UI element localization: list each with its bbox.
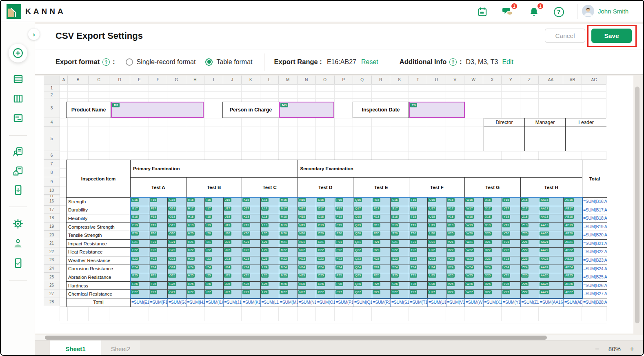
data-cell[interactable]: AA21 — [539, 240, 564, 248]
data-cell[interactable]: F24 — [149, 265, 168, 274]
data-cell[interactable]: N19 — [298, 223, 317, 231]
item-cell[interactable]: Hardness — [67, 282, 131, 290]
data-cell[interactable]: P24 — [335, 265, 354, 274]
data-cell[interactable]: N22 — [298, 248, 317, 256]
data-cell[interactable]: O21 — [316, 240, 335, 248]
column-header-cell[interactable]: C — [89, 76, 109, 85]
data-cell[interactable]: I16 — [205, 198, 224, 206]
data-cell[interactable]: I25 — [205, 273, 224, 282]
data-cell[interactable]: J24 — [224, 265, 242, 274]
column-total-cell[interactable]: =SUM(N16:N27) — [298, 298, 317, 307]
tab-sheet2[interactable]: Sheet2 — [101, 340, 140, 356]
data-cell[interactable]: Z18 — [521, 214, 540, 223]
item-cell[interactable]: Corrosion Resistance — [67, 265, 131, 274]
data-cell[interactable]: N16 — [298, 198, 317, 206]
column-header-cell[interactable]: X — [483, 76, 502, 85]
data-cell[interactable]: U25 — [428, 273, 446, 282]
data-cell[interactable]: I23 — [205, 256, 224, 265]
sidebar-item-tasks[interactable] — [12, 257, 24, 269]
row-header-cell[interactable]: 10 — [44, 187, 60, 195]
data-cell[interactable]: G22 — [168, 248, 187, 256]
data-cell[interactable]: H25 — [187, 273, 205, 282]
data-cell[interactable]: T18 — [409, 214, 428, 223]
data-cell[interactable]: H18 — [187, 214, 205, 223]
data-cell[interactable]: M18 — [279, 214, 298, 223]
column-total-cell[interactable]: =SUM(Z16:Z27) — [521, 298, 540, 307]
data-cell[interactable]: AA17 — [539, 206, 564, 215]
column-header-cell[interactable]: D — [109, 76, 130, 85]
data-cell[interactable]: R27 — [372, 290, 391, 298]
column-header-cell[interactable]: U — [427, 76, 446, 85]
data-cell[interactable]: L21 — [261, 240, 280, 248]
sheet-corner-cell[interactable] — [44, 76, 60, 85]
data-cell[interactable]: AB27 — [564, 290, 582, 298]
data-cell[interactable]: P22 — [335, 248, 354, 256]
data-cell[interactable]: L25 — [261, 273, 280, 282]
column-total-cell[interactable]: =SUM(O16:O27) — [316, 298, 335, 307]
data-cell[interactable]: E16 — [131, 198, 149, 206]
data-cell[interactable]: U20 — [428, 231, 446, 240]
data-cell[interactable]: H22 — [187, 248, 205, 256]
data-cell[interactable]: R19 — [372, 223, 391, 231]
data-cell[interactable]: AB18 — [564, 214, 582, 223]
data-cell[interactable]: AB22 — [564, 248, 582, 256]
data-cell[interactable]: N23 — [298, 256, 317, 265]
row-header-cell[interactable]: 3 — [44, 98, 60, 118]
sidebar-item-board-columns[interactable] — [12, 93, 24, 104]
data-cell[interactable]: O16 — [316, 198, 335, 206]
column-total-cell[interactable]: =SUM(R16:R27) — [372, 298, 391, 307]
data-cell[interactable]: Q21 — [353, 240, 372, 248]
data-cell[interactable]: Z23 — [521, 256, 540, 265]
data-cell[interactable]: V20 — [446, 231, 465, 240]
data-cell[interactable]: R18 — [372, 214, 391, 223]
column-total-cell[interactable]: =SUM(Y16:Y27) — [502, 298, 521, 307]
data-cell[interactable]: T23 — [409, 256, 428, 265]
data-cell[interactable]: T27 — [409, 290, 428, 298]
data-cell[interactable]: E17 — [131, 206, 149, 215]
row-header-cell[interactable]: 9 — [44, 177, 60, 187]
item-cell[interactable]: Weather Resistance — [67, 256, 131, 265]
column-total-cell[interactable]: =SUM(T16:T27) — [409, 298, 428, 307]
data-cell[interactable]: Q27 — [353, 290, 372, 298]
data-cell[interactable]: Z21 — [521, 240, 540, 248]
data-cell[interactable]: J21 — [224, 240, 242, 248]
data-cell[interactable]: J22 — [224, 248, 242, 256]
data-cell[interactable]: AB26 — [564, 282, 582, 290]
data-cell[interactable]: X18 — [484, 214, 502, 223]
save-button[interactable]: Save — [591, 29, 632, 43]
data-cell[interactable]: AA20 — [539, 231, 564, 240]
row-total-cell[interactable]: =SUM(B21:AB21) — [582, 240, 607, 248]
data-cell[interactable]: R23 — [372, 256, 391, 265]
data-cell[interactable]: W18 — [465, 214, 484, 223]
column-header-cell[interactable]: Q — [353, 76, 372, 85]
row-header-cell[interactable]: 17 — [44, 206, 60, 214]
data-cell[interactable]: V22 — [446, 248, 465, 256]
column-header-cell[interactable]: N — [298, 76, 316, 85]
data-cell[interactable]: X26 — [484, 282, 502, 290]
data-cell[interactable]: AA23 — [539, 256, 564, 265]
data-cell[interactable]: K20 — [242, 231, 261, 240]
column-total-cell[interactable]: =SUM(Q16:Q27) — [353, 298, 372, 307]
data-cell[interactable]: W25 — [465, 273, 484, 282]
data-cell[interactable]: P23 — [335, 256, 354, 265]
data-cell[interactable]: R16 — [372, 198, 391, 206]
data-cell[interactable]: O24 — [316, 265, 335, 274]
row-header-cell[interactable]: 27 — [44, 289, 60, 298]
data-cell[interactable]: Q23 — [353, 256, 372, 265]
data-cell[interactable]: P18 — [335, 214, 354, 223]
data-cell[interactable]: F22 — [149, 248, 168, 256]
reset-link[interactable]: Reset — [361, 58, 378, 66]
column-header-cell[interactable]: M — [279, 76, 298, 85]
data-cell[interactable]: I22 — [205, 248, 224, 256]
column-total-cell[interactable]: =SUM(E16:E27) — [131, 298, 149, 307]
data-cell[interactable]: N21 — [298, 240, 317, 248]
data-cell[interactable]: J26 — [224, 282, 242, 290]
data-cell[interactable]: W17 — [465, 206, 484, 215]
data-cell[interactable]: N17 — [298, 206, 317, 215]
data-cell[interactable]: L23 — [261, 256, 280, 265]
data-cell[interactable]: P19 — [335, 223, 354, 231]
cancel-button[interactable]: Cancel — [545, 29, 585, 43]
data-cell[interactable]: G27 — [168, 290, 187, 298]
calendar-button[interactable] — [477, 6, 488, 18]
data-cell[interactable]: AB19 — [564, 223, 582, 231]
